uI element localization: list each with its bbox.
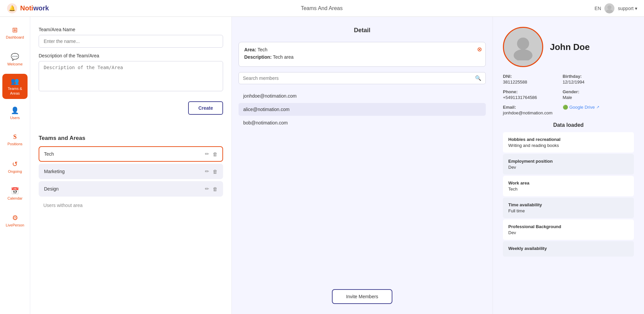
svg-point-5 (514, 49, 532, 60)
sidebar-item-positions[interactable]: S Positions (2, 127, 28, 153)
team-name-input[interactable] (39, 35, 223, 48)
logo[interactable]: 🔔 Notiwork (7, 3, 49, 14)
sidebar-item-teams[interactable]: 👥 Teams &Areas (2, 74, 28, 99)
profile-col-left: DNI: 3811225588 Phone: +5491131764586 Em… (503, 74, 553, 115)
delete-team-tech[interactable]: 🗑 (213, 151, 218, 157)
detail-box: ⊗ Area: Tech Description: Tech area (239, 42, 486, 67)
profile-details: DNI: 3811225588 Phone: +5491131764586 Em… (503, 74, 634, 115)
sidebar-item-users[interactable]: 👤 Users (2, 101, 28, 126)
detail-close-button[interactable]: ⊗ (477, 46, 482, 53)
svg-point-3 (606, 9, 613, 13)
users-icon: 👤 (11, 106, 19, 114)
detail-area-row: Area: Tech (244, 47, 480, 52)
main-content: Team/Area Name Description of the Team/A… (30, 17, 644, 314)
edit-team-tech[interactable]: ✏ (205, 151, 209, 157)
delete-team-design[interactable]: 🗑 (213, 186, 218, 192)
sidebar: ⊞ Dashboard 💬 Welcome 👥 Teams &Areas 👤 U… (0, 17, 30, 314)
birthday-field: Birthday: 12/12/1994 (563, 74, 599, 85)
data-loaded-title: Data loaded (503, 122, 634, 128)
search-icon: 🔍 (475, 75, 481, 81)
layout: ⊞ Dashboard 💬 Welcome 👥 Teams &Areas 👤 U… (0, 17, 644, 314)
profile-col-right: Birthday: 12/12/1994 Gender: Male 🟢 Goog… (563, 74, 599, 115)
email-field: Email: jonhdoe@notimation.com (503, 105, 553, 115)
member-item-jonhdoe[interactable]: jonhdoe@notimation.com (239, 90, 486, 102)
sidebar-item-ongoing[interactable]: ↺ Ongoing (2, 154, 28, 179)
no-area-item: Users without area (39, 199, 223, 212)
edit-team-design[interactable]: ✏ (205, 186, 209, 192)
welcome-icon: 💬 (11, 53, 19, 61)
member-item-alice[interactable]: alice@notimation.com (239, 103, 486, 116)
middle-panel: Detail ⊗ Area: Tech Description: Tech ar… (232, 17, 493, 314)
ongoing-icon: ↺ (12, 160, 18, 168)
data-item-time-availability: Time availability Full time (503, 198, 634, 218)
team-item-marketing[interactable]: Marketing ✏ 🗑 (39, 164, 223, 179)
data-item-professional-bg: Professional Background Dev (503, 219, 634, 240)
page-title: Teams And Areas (301, 5, 343, 11)
description-section: Description of the Team/Area (39, 53, 223, 93)
positions-icon: S (13, 134, 16, 141)
dni-field: DNI: 3811225588 (503, 74, 553, 85)
detail-title: Detail (239, 27, 486, 34)
member-item-bob[interactable]: bob@notimation.com (239, 116, 486, 129)
calendar-icon: 📅 (11, 187, 19, 195)
team-name-section: Team/Area Name (39, 27, 223, 48)
member-list: jonhdoe@notimation.com alice@notimation.… (239, 90, 486, 129)
header-right: EN support ▾ (595, 3, 637, 13)
detail-description-row: Description: Tech area (244, 54, 480, 60)
liveperson-icon: ⚙ (12, 214, 18, 222)
team-item-tech[interactable]: Tech ✏ 🗑 (39, 146, 223, 162)
sidebar-item-dashboard[interactable]: ⊞ Dashboard (2, 20, 28, 45)
profile-name: John Doe (550, 42, 590, 52)
google-drive-icon: 🟢 (563, 105, 568, 110)
teams-section-title: Teams and Areas (39, 135, 223, 142)
header: 🔔 Notiwork Teams And Areas EN support ▾ (0, 0, 644, 17)
logo-icon: 🔔 (7, 3, 17, 14)
left-panel: Team/Area Name Description of the Team/A… (30, 17, 232, 314)
right-panel: John Doe DNI: 3811225588 Phone: +5491131… (493, 17, 644, 314)
profile-top: John Doe (503, 27, 634, 67)
data-item-work-area: Work area Tech (503, 176, 634, 196)
invite-button[interactable]: Invite Members (332, 289, 392, 304)
delete-team-marketing[interactable]: 🗑 (213, 168, 218, 174)
phone-field: Phone: +5491131764586 (503, 89, 553, 100)
data-item-employment: Employment position Dev (503, 154, 634, 174)
description-label: Description of the Team/Area (39, 53, 223, 58)
team-name-label: Team/Area Name (39, 27, 223, 32)
language-selector[interactable]: EN (595, 6, 601, 11)
avatar[interactable] (604, 3, 614, 13)
teams-icon: 👥 (11, 77, 19, 85)
sidebar-item-calendar[interactable]: 📅 Calendar (2, 181, 28, 206)
team-item-design[interactable]: Design ✏ 🗑 (39, 181, 223, 197)
create-button[interactable]: Create (188, 101, 223, 115)
sidebar-item-welcome[interactable]: 💬 Welcome (2, 47, 28, 72)
svg-point-4 (517, 38, 529, 50)
edit-team-marketing[interactable]: ✏ (205, 168, 209, 174)
gender-field: Gender: Male (563, 89, 599, 100)
data-item-hobbies: Hobbies and recreational Writing and rea… (503, 132, 634, 153)
avatar-image (510, 34, 536, 60)
google-drive-field[interactable]: 🟢 Google Drive ↗ (563, 105, 599, 110)
invite-button-wrap: Invite Members (239, 282, 486, 304)
avatar (503, 27, 543, 67)
svg-text:🔔: 🔔 (9, 5, 15, 11)
data-item-weekly-availability: Weekly availability (503, 241, 634, 257)
teams-section: Teams and Areas Tech ✏ 🗑 Marketing ✏ 🗑 (39, 135, 223, 212)
sidebar-item-liveperson[interactable]: ⚙ LivePerson (2, 208, 28, 233)
dashboard-icon: ⊞ (12, 26, 18, 34)
svg-point-2 (607, 5, 611, 9)
user-menu[interactable]: support ▾ (618, 6, 637, 11)
search-box: 🔍 (239, 72, 486, 84)
search-input[interactable] (243, 75, 472, 81)
logo-text: Notiwork (20, 4, 49, 12)
description-textarea[interactable] (39, 61, 223, 91)
